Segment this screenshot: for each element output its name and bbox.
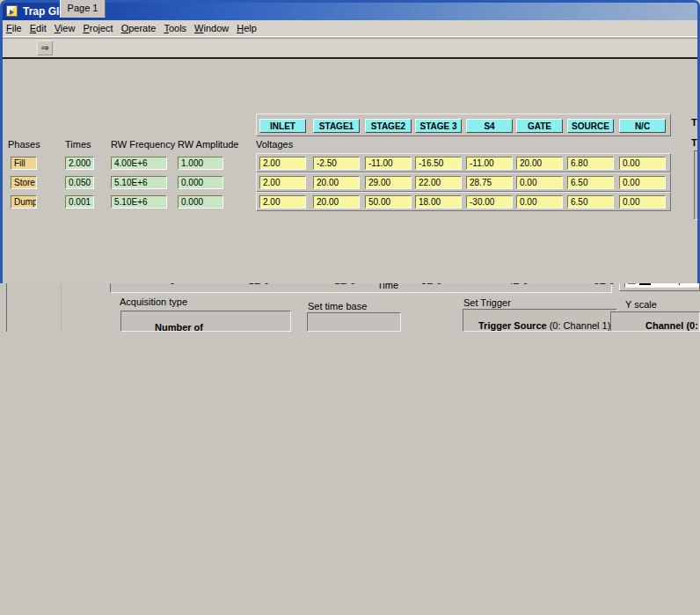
rw-amplitude-value[interactable]: 0.000 xyxy=(178,176,223,189)
y-scale-value: Channel (0: xyxy=(645,320,698,331)
time-value[interactable]: 0.001 xyxy=(65,195,94,209)
tab-page-1-label: Page 1 xyxy=(68,3,98,13)
phase-name[interactable]: Dump xyxy=(11,195,37,209)
voltage-cell[interactable]: -16.50 xyxy=(415,157,462,170)
globals-content: INLETSTAGE1STAGE2STAGE 3S4GATESOURCEN/C2… xyxy=(3,3,697,283)
y-scale-label: Y scale xyxy=(625,299,657,310)
tab-page-1[interactable]: Page 1 xyxy=(60,0,106,18)
column-header-stage2[interactable]: STAGE2 xyxy=(365,119,412,133)
voltage-cell[interactable]: -11.00 xyxy=(365,157,412,170)
voltage-cell[interactable]: -2.50 xyxy=(313,157,360,170)
rw-amplitude-value[interactable]: 1.000 xyxy=(178,157,223,170)
voltage-cell[interactable]: 2.00 xyxy=(259,157,306,170)
rw-frequency-value[interactable]: 5.10E+6 xyxy=(111,176,167,189)
voltage-cell[interactable]: 22.00 xyxy=(415,176,462,189)
voltage-cell[interactable]: 0.00 xyxy=(619,176,666,189)
column-header-gate[interactable]: GATE xyxy=(516,119,563,133)
voltage-cell[interactable]: 2.00 xyxy=(259,195,306,209)
acquisition-type-ring[interactable]: Number of xyxy=(120,311,291,332)
trap-globals-window: Trap Globals.vi FileEditViewProjectOpera… xyxy=(0,0,700,283)
column-header-source[interactable]: SOURCE xyxy=(567,119,614,133)
voltage-cell[interactable]: 6.50 xyxy=(567,176,614,189)
rw-amplitude-value[interactable]: 0.000 xyxy=(178,195,223,209)
voltage-cell[interactable]: 28.75 xyxy=(466,176,513,189)
phase-name[interactable]: Store xyxy=(11,176,37,189)
voltage-cell[interactable]: 2.00 xyxy=(259,176,306,189)
truncated-label: T xyxy=(691,137,697,148)
voltage-cell[interactable]: 0.00 xyxy=(516,176,563,189)
time-value[interactable]: 2.000 xyxy=(65,157,94,170)
phase-name[interactable]: Fill xyxy=(11,157,37,170)
set-time-base-label: Set time base xyxy=(308,301,367,311)
time-value[interactable]: 0.050 xyxy=(65,176,94,189)
voltage-cell[interactable]: 18.00 xyxy=(415,195,462,209)
voltage-cell[interactable]: 20.00 xyxy=(313,176,360,189)
voltage-cell[interactable]: 6.50 xyxy=(567,195,614,209)
voltage-cell[interactable]: -30.00 xyxy=(466,195,513,209)
truncated-label: T xyxy=(691,117,697,128)
column-header-inlet[interactable]: INLET xyxy=(259,119,306,133)
voltage-cell[interactable]: 50.00 xyxy=(365,195,412,209)
voltage-cell[interactable]: 20.00 xyxy=(313,195,360,209)
voltage-cell[interactable]: 0.00 xyxy=(516,195,563,209)
voltage-cell[interactable]: 6.80 xyxy=(567,157,614,170)
column-header-stage1[interactable]: STAGE1 xyxy=(313,119,360,133)
acquisition-type-value: Number of xyxy=(155,322,203,333)
set-trigger-label: Set Trigger xyxy=(463,297,511,308)
voltage-cell[interactable]: 0.00 xyxy=(619,157,666,170)
set-trigger-value: Trigger Source (0: Channel 1) xyxy=(478,320,610,331)
column-header-n-c[interactable]: N/C xyxy=(619,119,666,133)
column-header-stage-3[interactable]: STAGE 3 xyxy=(415,119,462,133)
voltage-cell[interactable]: 0.00 xyxy=(619,195,666,209)
acquisition-type-label: Acquisition type xyxy=(120,297,187,307)
rw-frequency-value[interactable]: 5.10E+6 xyxy=(111,195,167,209)
rw-frequency-value[interactable]: 4.00E+6 xyxy=(111,157,167,170)
y-scale-ring[interactable]: Channel (0: xyxy=(610,311,700,332)
screen: Page 1 Default values Acquire data OK Nu… xyxy=(0,0,700,615)
voltage-cell[interactable]: 29.00 xyxy=(365,176,412,189)
set-time-base-ring[interactable] xyxy=(307,312,401,332)
column-header-s4[interactable]: S4 xyxy=(466,119,513,133)
voltage-cell[interactable]: -11.00 xyxy=(466,157,513,170)
voltage-cell[interactable]: 20.00 xyxy=(516,157,563,170)
set-trigger-ring[interactable]: Trigger Source (0: Channel 1) xyxy=(463,309,617,332)
clipped-control-fragment xyxy=(694,150,700,220)
